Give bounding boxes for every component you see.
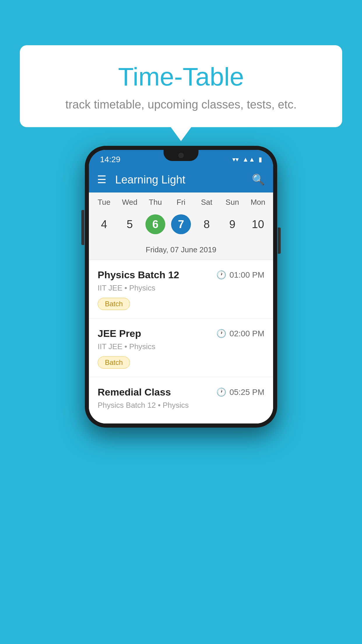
day-header-wed: Wed <box>117 198 143 207</box>
bubble-subtitle: track timetable, upcoming classes, tests… <box>31 98 331 111</box>
date-4[interactable]: 4 <box>91 211 117 237</box>
app-bar: ☰ Learning Light 🔍 <box>89 167 273 192</box>
schedule-item-3-title: Remedial Class <box>98 386 171 398</box>
day-header-tue: Tue <box>91 198 117 207</box>
calendar-section: Tue Wed Thu Fri Sat Sun Mon 4 5 6 7 <box>89 192 273 260</box>
date-row: 4 5 6 7 8 9 10 <box>89 209 273 242</box>
schedule-item-1[interactable]: Physics Batch 12 🕐 01:00 PM IIT JEE • Ph… <box>89 260 273 318</box>
day-header-sat: Sat <box>194 198 219 207</box>
date-7[interactable]: 7 <box>168 211 194 237</box>
phone-mockup: 14:29 ▾▾ ▲▲ ▮ ☰ Learning Light 🔍 Tue Wed… <box>85 146 277 428</box>
date-9[interactable]: 9 <box>219 211 245 237</box>
day-header-fri: Fri <box>168 198 194 207</box>
schedule-item-2-title: JEE Prep <box>98 328 141 339</box>
date-selected-circle[interactable]: 7 <box>171 214 191 234</box>
selected-date-label: Friday, 07 June 2019 <box>89 242 273 260</box>
date-10[interactable]: 10 <box>245 211 271 237</box>
phone-screen: 14:29 ▾▾ ▲▲ ▮ ☰ Learning Light 🔍 Tue Wed… <box>89 150 273 424</box>
schedule-item-1-header: Physics Batch 12 🕐 01:00 PM <box>98 269 264 281</box>
day-headers: Tue Wed Thu Fri Sat Sun Mon <box>89 192 273 209</box>
day-header-thu: Thu <box>143 198 168 207</box>
schedule-item-3-header: Remedial Class 🕐 05:25 PM <box>98 386 264 398</box>
day-header-mon: Mon <box>245 198 271 207</box>
speech-bubble-section: Time-Table track timetable, upcoming cla… <box>20 45 342 127</box>
battery-icon: ▮ <box>259 156 262 163</box>
signal-icon: ▲▲ <box>242 156 255 163</box>
app-title: Learning Light <box>115 174 243 186</box>
schedule-item-2-subtitle: IIT JEE • Physics <box>98 342 264 351</box>
schedule-item-1-subtitle: IIT JEE • Physics <box>98 284 264 293</box>
status-time: 14:29 <box>100 155 120 164</box>
front-camera <box>178 153 184 158</box>
schedule-item-2[interactable]: JEE Prep 🕐 02:00 PM IIT JEE • Physics Ba… <box>89 318 273 377</box>
hamburger-menu-icon[interactable]: ☰ <box>97 174 106 185</box>
schedule-item-1-badge: Batch <box>98 298 130 310</box>
speech-bubble: Time-Table track timetable, upcoming cla… <box>20 45 342 127</box>
schedule-item-2-header: JEE Prep 🕐 02:00 PM <box>98 328 264 339</box>
schedule-item-3[interactable]: Remedial Class 🕐 05:25 PM Physics Batch … <box>89 377 273 424</box>
schedule-list: Physics Batch 12 🕐 01:00 PM IIT JEE • Ph… <box>89 260 273 424</box>
clock-icon-1: 🕐 <box>216 270 226 280</box>
wifi-icon: ▾▾ <box>232 156 239 163</box>
day-header-sun: Sun <box>219 198 245 207</box>
clock-icon-3: 🕐 <box>216 387 226 397</box>
status-icons: ▾▾ ▲▲ ▮ <box>232 156 262 163</box>
search-icon[interactable]: 🔍 <box>252 174 265 186</box>
date-5[interactable]: 5 <box>117 211 143 237</box>
schedule-item-2-time: 🕐 02:00 PM <box>216 329 264 338</box>
phone-outer: 14:29 ▾▾ ▲▲ ▮ ☰ Learning Light 🔍 Tue Wed… <box>85 146 277 428</box>
schedule-item-3-subtitle: Physics Batch 12 • Physics <box>98 401 264 410</box>
bubble-title: Time-Table <box>31 63 331 91</box>
schedule-item-1-time: 🕐 01:00 PM <box>216 270 264 280</box>
date-8[interactable]: 8 <box>194 211 219 237</box>
phone-notch <box>164 150 198 161</box>
date-6[interactable]: 6 <box>143 211 168 237</box>
schedule-item-2-badge: Batch <box>98 356 130 369</box>
clock-icon-2: 🕐 <box>216 329 226 338</box>
schedule-item-3-time: 🕐 05:25 PM <box>216 387 264 397</box>
date-today-circle[interactable]: 6 <box>145 214 165 234</box>
schedule-item-1-title: Physics Batch 12 <box>98 269 179 281</box>
